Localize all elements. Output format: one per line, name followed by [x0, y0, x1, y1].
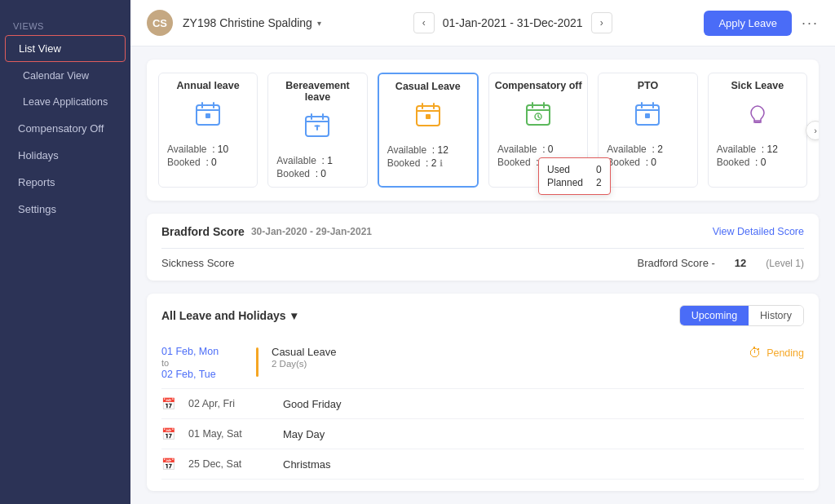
pto-title: PTO — [638, 80, 658, 91]
may-day-date: 01 May, Sat — [188, 428, 270, 440]
all-leave-dropdown-icon: ▾ — [291, 309, 297, 322]
divider — [161, 248, 804, 249]
sick-available: Available : 12 — [714, 143, 802, 156]
bereavement-icon — [303, 111, 332, 146]
user-selector[interactable]: ZY198 Christine Spalding ▾ — [183, 16, 321, 29]
date-navigator: ‹ 01-Jan-2021 - 31-Dec-2021 › — [413, 12, 612, 33]
tab-upcoming[interactable]: Upcoming — [680, 306, 749, 325]
leave-card-casual: Casual Leave Available : 12 Booked : 2 ℹ — [378, 73, 479, 188]
user-code: ZY198 — [183, 16, 216, 29]
pto-icon — [633, 99, 662, 135]
tooltip-used-row: Used 0 — [547, 163, 602, 176]
svg-rect-4 — [205, 113, 210, 118]
bradford-score-value: 12 — [735, 257, 746, 269]
main-content: CS ZY198 Christine Spalding ▾ ‹ 01-Jan-2… — [130, 0, 835, 504]
comp-title: Compensatory off — [495, 80, 582, 91]
leave-start-date: 01 Feb, Mon — [161, 346, 243, 357]
sidebar-item-reports[interactable]: Reports — [5, 170, 126, 195]
bradford-date-range: 30-Jan-2020 - 29-Jan-2021 — [251, 226, 372, 237]
upcoming-history-tabs: Upcoming History — [679, 305, 804, 326]
annual-available: Available : 10 — [164, 143, 252, 156]
bradford-level: (Level 1) — [766, 258, 804, 269]
leave-card-annual: Annual leave Available : 10 Booked : 0 — [158, 73, 258, 188]
pto-booked: Booked : 0 — [603, 156, 691, 169]
avatar: CS — [147, 10, 173, 36]
casual-icon — [413, 100, 443, 135]
leave-entry-info: Casual Leave 2 Day(s) — [272, 346, 736, 369]
bradford-title: Bradford Score 30-Jan-2020 - 29-Jan-2021 — [161, 225, 372, 238]
leave-entry-dates: 01 Feb, Mon to 02 Feb, Tue — [161, 346, 243, 380]
tooltip-planned-value: 2 — [596, 177, 602, 188]
header: CS ZY198 Christine Spalding ▾ ‹ 01-Jan-2… — [130, 0, 835, 46]
bereavement-booked: Booked : 0 — [273, 167, 361, 180]
sick-booked: Booked : 0 — [714, 156, 802, 169]
leave-list-header: All Leave and Holidays ▾ Upcoming Histor… — [161, 305, 804, 326]
svg-rect-13 — [426, 114, 431, 119]
leave-card-pto: PTO Available : 2 Booked : 0 — [598, 73, 697, 188]
sidebar: Views List View Calendar View Leave Appl… — [0, 0, 130, 504]
annual-leave-title: Annual leave — [177, 80, 240, 91]
content-area: Annual leave Available : 10 Booked : 0 B… — [130, 46, 835, 504]
pto-available: Available : 2 — [603, 143, 691, 156]
tooltip-planned-label: Planned — [547, 177, 583, 188]
user-name: Christine Spalding — [219, 16, 312, 29]
scroll-right-button[interactable]: › — [806, 121, 819, 140]
sick-title: Sick Leave — [731, 80, 784, 91]
holiday-calendar-icon-2: 📅 — [161, 427, 175, 440]
bradford-scores-row: Sickness Score Bradford Score - 12 (Leve… — [161, 257, 804, 269]
holiday-good-friday: 📅 02 Apr, Fri Good Friday — [161, 389, 804, 419]
annual-leave-icon — [193, 99, 223, 135]
apply-leave-button[interactable]: Apply Leave — [704, 11, 792, 36]
leave-bar-indicator — [256, 347, 258, 377]
pending-icon: ⏱ — [749, 346, 762, 360]
holiday-calendar-icon: 📅 — [161, 397, 175, 410]
sidebar-item-compensatory-off[interactable]: Compensatory Off — [5, 116, 126, 141]
holiday-christmas: 📅 25 Dec, Sat Christmas — [161, 449, 804, 480]
annual-booked: Booked : 0 — [164, 156, 252, 169]
sidebar-item-calendar-view[interactable]: Calendar View — [5, 64, 126, 88]
view-detailed-score-link[interactable]: View Detailed Score — [713, 226, 804, 237]
tab-history[interactable]: History — [749, 306, 803, 325]
leave-card-bereavement: Bereavement leave Available : 1 Booked :… — [267, 73, 367, 188]
sidebar-item-leave-applications[interactable]: Leave Applications — [5, 90, 126, 114]
may-day-name: May Day — [283, 428, 325, 440]
sidebar-item-settings[interactable]: Settings — [5, 197, 126, 222]
good-friday-name: Good Friday — [283, 398, 342, 410]
user-dropdown-icon: ▾ — [317, 19, 321, 28]
bereavement-title: Bereavement leave — [273, 80, 361, 103]
sick-icon — [743, 99, 772, 135]
casual-title: Casual Leave — [395, 81, 461, 92]
leave-entry-casual: 01 Feb, Mon to 02 Feb, Tue Casual Leave … — [161, 338, 804, 389]
next-date-button[interactable]: › — [591, 12, 612, 33]
leave-list-section: All Leave and Holidays ▾ Upcoming Histor… — [147, 294, 819, 491]
sidebar-item-holidays[interactable]: Holidays — [5, 143, 126, 168]
bereavement-available: Available : 1 — [273, 154, 361, 167]
tooltip-planned-row: Planned 2 — [547, 176, 602, 189]
holiday-calendar-icon-3: 📅 — [161, 458, 175, 471]
sidebar-item-list-view[interactable]: List View — [5, 35, 126, 62]
leave-to-text: to — [161, 358, 243, 368]
leave-type-name: Casual Leave — [272, 346, 736, 358]
tooltip-used-label: Used — [547, 164, 570, 175]
good-friday-date: 02 Apr, Fri — [188, 398, 270, 409]
bradford-header: Bradford Score 30-Jan-2020 - 29-Jan-2021… — [161, 225, 804, 238]
casual-info-icon[interactable]: ℹ — [440, 158, 443, 168]
sidebar-views-label: Views — [0, 10, 130, 34]
casual-booked: Booked : 2 ℹ — [384, 157, 472, 170]
prev-date-button[interactable]: ‹ — [413, 12, 435, 33]
svg-rect-23 — [645, 113, 650, 118]
casual-leave-tooltip: Used 0 Planned 2 — [538, 157, 611, 195]
comp-icon — [524, 99, 553, 135]
date-range-label: 01-Jan-2021 - 31-Dec-2021 — [443, 16, 583, 29]
christmas-name: Christmas — [283, 458, 331, 471]
bradford-section: Bradford Score 30-Jan-2020 - 29-Jan-2021… — [147, 214, 819, 281]
leave-days: 2 Day(s) — [272, 359, 736, 369]
all-leave-title[interactable]: All Leave and Holidays ▾ — [161, 309, 297, 322]
tooltip-used-value: 0 — [596, 164, 602, 175]
sickness-score-label: Sickness Score — [161, 257, 235, 269]
bradford-score-label: Bradford Score - — [637, 257, 714, 269]
more-options-button[interactable]: ··· — [802, 15, 819, 32]
leave-status: ⏱ Pending — [749, 346, 804, 360]
holiday-may-day: 📅 01 May, Sat May Day — [161, 419, 804, 449]
leave-end-date: 02 Feb, Tue — [161, 369, 243, 380]
